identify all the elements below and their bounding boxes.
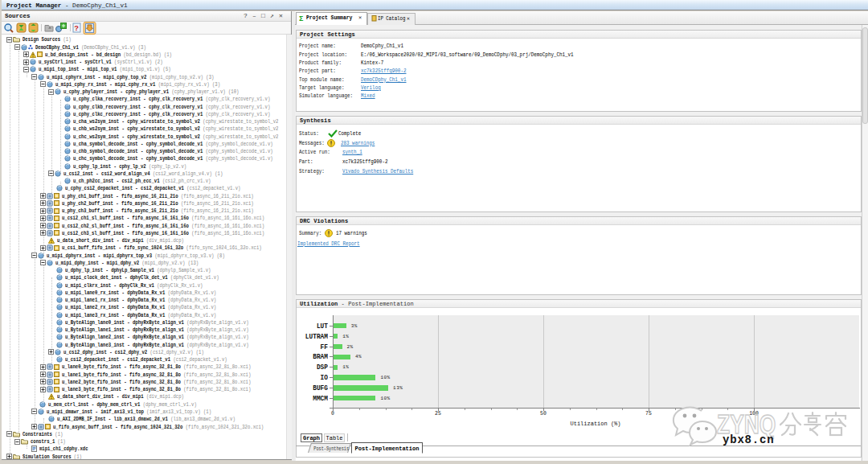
- svg-text:?: ?: [75, 25, 79, 33]
- svg-text:Σ: Σ: [299, 15, 304, 22]
